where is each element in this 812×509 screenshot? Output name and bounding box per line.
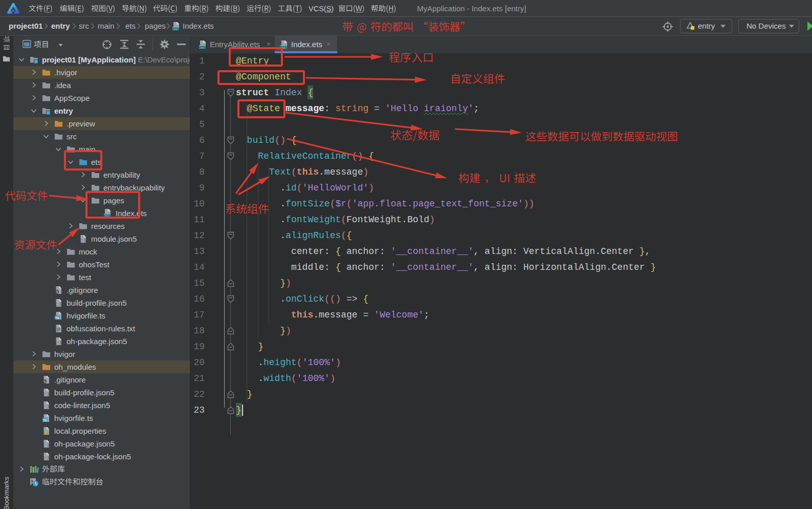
svg-text:TS: TS: [43, 419, 47, 422]
svg-text:{·}: {·}: [55, 302, 62, 306]
svg-text:{·}: {·}: [42, 456, 50, 460]
svg-text:{·}: {·}: [55, 341, 62, 345]
svg-text:TS: TS: [55, 316, 59, 320]
svg-text:{·}: {·}: [42, 443, 50, 447]
svg-text:ETS: ETS: [199, 45, 205, 49]
svg-text:{·}: {·}: [42, 392, 50, 396]
svg-text:{·}: {·}: [42, 405, 50, 409]
svg-text:{·}: {·}: [79, 238, 86, 242]
svg-text:ETS: ETS: [104, 214, 110, 217]
svg-text:ETS: ETS: [280, 45, 287, 49]
svg-text:ETS: ETS: [172, 27, 179, 30]
